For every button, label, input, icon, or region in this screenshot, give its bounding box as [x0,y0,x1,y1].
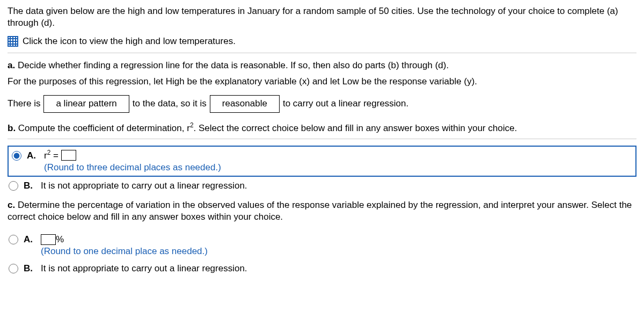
part-c-prompt: c. Determine the percentage of variation… [8,199,636,223]
part-a-prompt: a. Decide whether finding a regression l… [8,60,636,71]
part-b-prompt: b. Compute the coefficient of determinat… [8,122,636,134]
rounding-note: (Round to three decimal places as needed… [44,162,221,172]
select-pattern[interactable]: a linear pattern [43,95,129,112]
part-c-choices: A. % (Round to one decimal place as need… [8,230,636,277]
icon-link-text[interactable]: Click the icon to view the high and low … [23,35,236,47]
unit-label: % [56,234,64,244]
intro-text: The data given below are the high and lo… [8,5,636,29]
radio-b-a[interactable] [12,151,21,161]
text-fragment: to carry out a linear regression. [283,98,408,110]
choice-letter: B. [24,263,34,275]
radio-b-b[interactable] [9,181,18,191]
input-r-squared[interactable] [61,150,76,161]
separator [8,53,636,53]
choice-text: It is not appropriate to carry out a lin… [41,263,636,275]
part-a-vars: For the purposes of this regression, let… [8,76,636,88]
table-icon[interactable] [8,36,18,47]
choice-letter: B. [24,180,34,192]
text-fragment: = [50,150,61,161]
choice-c-b[interactable]: B. It is not appropriate to carry out a … [8,259,636,277]
choice-letter: A. [27,150,38,162]
select-reasonable[interactable]: reasonable [210,95,280,112]
radio-c-b[interactable] [9,264,18,273]
choice-b-b[interactable]: B. It is not appropriate to carry out a … [8,177,636,194]
radio-c-a[interactable] [9,235,18,244]
choice-text: It is not appropriate to carry out a lin… [41,180,636,192]
choice-c-a[interactable]: A. % (Round to one decimal place as need… [8,230,636,259]
rounding-note: (Round to one decimal place as needed.) [41,246,208,256]
text-fragment: to the data, so it is [133,98,207,110]
choice-b-a[interactable]: A. r2 = (Round to three decimal places a… [8,146,636,177]
part-b-choices: A. r2 = (Round to three decimal places a… [8,146,636,194]
part-a-sentence: There is a linear pattern to the data, s… [8,95,636,112]
choice-letter: A. [24,234,34,246]
input-percent[interactable] [41,234,56,245]
separator [8,139,636,139]
text-fragment: There is [8,98,40,110]
